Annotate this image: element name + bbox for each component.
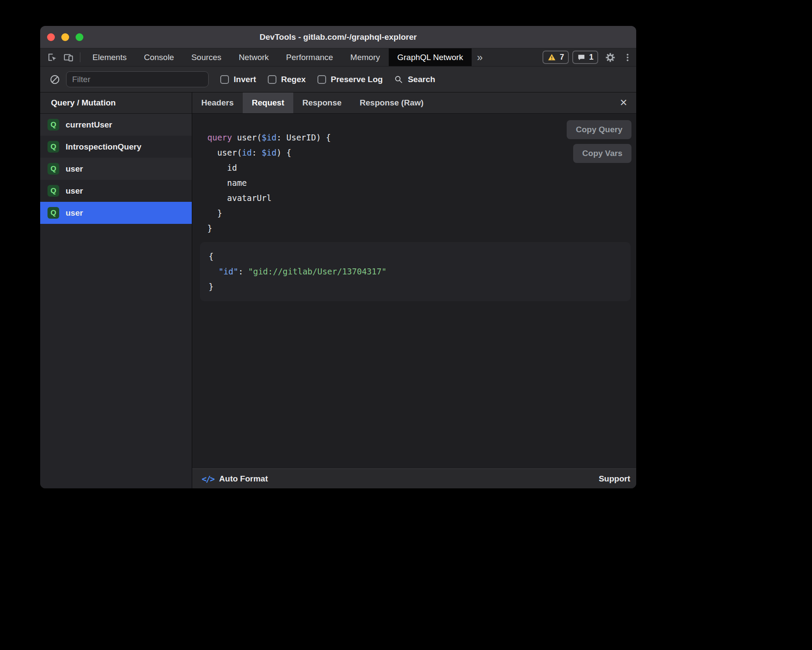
query-list-item-label: user: [66, 186, 83, 196]
tab-graphql-network[interactable]: GraphQL Network: [389, 48, 472, 66]
code-line: {: [209, 249, 622, 264]
regex-checkbox-label: Regex: [281, 75, 306, 84]
tab-response-raw[interactable]: Response (Raw): [351, 92, 433, 113]
clear-block-icon[interactable]: [47, 74, 63, 85]
query-list-item[interactable]: Q user: [40, 180, 192, 202]
zoom-window-button[interactable]: [76, 33, 83, 41]
warning-count: 7: [560, 53, 564, 62]
query-list-item-label: IntrospectionQuery: [66, 142, 141, 152]
minimize-window-button[interactable]: [61, 33, 69, 41]
query-list-item-label: currentUser: [66, 120, 112, 130]
copy-vars-button[interactable]: Copy Vars: [573, 144, 631, 163]
inspect-element-icon[interactable]: [44, 48, 60, 66]
tab-sources[interactable]: Sources: [183, 48, 230, 66]
support-link[interactable]: Support: [599, 474, 630, 484]
titlebar: DevTools - gitlab.com/-/graphql-explorer: [40, 26, 636, 48]
checkbox-box: [220, 75, 229, 84]
main-toolbar: Elements Console Sources Network Perform…: [40, 48, 636, 67]
preserve-log-checkbox[interactable]: Preserve Log: [317, 75, 383, 84]
code-line: }: [207, 206, 636, 221]
request-variables-block: { "id": "gid://gitlab/User/13704317" }: [200, 242, 631, 301]
query-list-item-label: user: [66, 164, 83, 174]
query-type-badge: Q: [48, 185, 59, 197]
detail-tabs: Headers Request Response Response (Raw) …: [192, 92, 636, 114]
checkbox-box: [268, 75, 276, 84]
filter-input[interactable]: [66, 71, 209, 87]
query-list-item[interactable]: Q currentUser: [40, 114, 192, 136]
code-line: "id": "gid://gitlab/User/13704317": [209, 264, 622, 279]
tab-network[interactable]: Network: [230, 48, 278, 66]
more-tabs-chevron[interactable]: »: [472, 48, 488, 66]
search-control[interactable]: Search: [393, 74, 435, 84]
search-label: Search: [408, 75, 435, 84]
warning-triangle-icon: [547, 53, 556, 62]
close-detail-icon[interactable]: ✕: [620, 98, 628, 108]
detail-footer: </> Auto Format Support: [192, 468, 636, 488]
settings-gear-icon[interactable]: [602, 48, 619, 66]
copy-query-button[interactable]: Copy Query: [567, 120, 631, 139]
window-title: DevTools - gitlab.com/-/graphql-explorer: [260, 32, 417, 42]
tab-headers[interactable]: Headers: [192, 92, 243, 113]
query-list-item-label: user: [66, 208, 83, 218]
tab-response[interactable]: Response: [293, 92, 351, 113]
code-line: name: [207, 175, 636, 191]
query-type-badge: Q: [48, 207, 59, 219]
close-window-button[interactable]: [47, 33, 55, 41]
tab-request[interactable]: Request: [243, 92, 293, 113]
invert-checkbox-label: Invert: [234, 75, 256, 84]
devtools-window: DevTools - gitlab.com/-/graphql-explorer…: [40, 26, 636, 488]
auto-format-icon[interactable]: </>: [202, 474, 214, 484]
kebab-menu-icon[interactable]: [619, 48, 636, 66]
query-list-item[interactable]: Q user: [40, 158, 192, 180]
query-list-header: Query / Mutation: [40, 92, 192, 114]
message-count: 1: [589, 53, 593, 62]
detail-panel: Headers Request Response Response (Raw) …: [192, 92, 636, 488]
regex-checkbox[interactable]: Regex: [268, 75, 306, 84]
traffic-lights: [47, 26, 83, 48]
speech-bubble-icon: [577, 53, 586, 62]
code-line: }: [207, 221, 636, 236]
code-line: }: [209, 279, 622, 294]
messages-badge[interactable]: 1: [572, 51, 598, 64]
toolbar-divider: [80, 52, 80, 62]
tab-console[interactable]: Console: [135, 48, 183, 66]
request-tab-content: Copy Query Copy Vars query user($id: Use…: [192, 114, 636, 468]
query-type-badge: Q: [48, 119, 59, 131]
search-icon: [393, 74, 403, 84]
code-line: avatarUrl: [207, 191, 636, 206]
issues-warning-badge[interactable]: 7: [542, 51, 569, 64]
filter-toolbar: Invert Regex Preserve Log Search: [40, 67, 636, 92]
invert-checkbox[interactable]: Invert: [220, 75, 256, 84]
tab-elements[interactable]: Elements: [84, 48, 135, 66]
query-type-badge: Q: [48, 163, 59, 175]
query-list-item-selected[interactable]: Q user: [40, 202, 192, 224]
checkbox-box: [317, 75, 326, 84]
query-list-item[interactable]: Q IntrospectionQuery: [40, 136, 192, 158]
tab-memory[interactable]: Memory: [342, 48, 389, 66]
auto-format-label[interactable]: Auto Format: [219, 474, 268, 484]
query-list-panel: Query / Mutation Q currentUser Q Introsp…: [40, 92, 192, 488]
device-toolbar-icon[interactable]: [60, 48, 76, 66]
tab-performance[interactable]: Performance: [277, 48, 342, 66]
preserve-log-checkbox-label: Preserve Log: [331, 75, 383, 84]
query-type-badge: Q: [48, 141, 59, 153]
